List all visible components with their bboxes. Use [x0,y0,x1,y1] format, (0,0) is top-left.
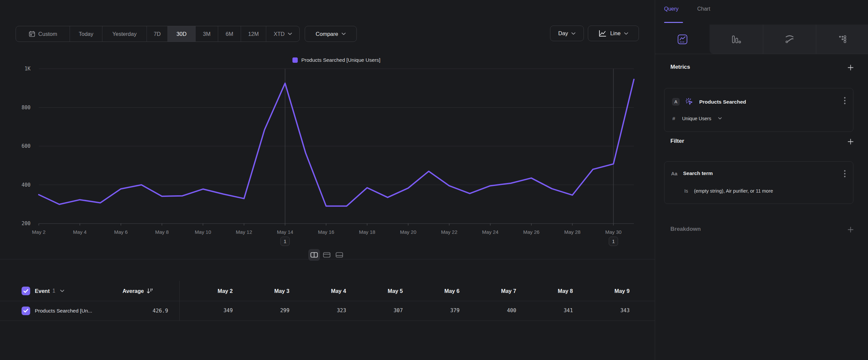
column-header-may-6[interactable]: May 6 [410,281,460,301]
kebab-icon [844,170,846,178]
table-beside-chart-icon [323,252,331,258]
metric-card[interactable]: A Products Searched # Unique Users [664,88,854,132]
x-axis-label: May 26 [523,229,539,235]
filter-heading: Filter [671,138,684,144]
chevron-down-icon[interactable] [60,289,64,292]
x-axis-label: May 4 [73,229,87,235]
chart-type-tab-dots[interactable] [816,25,868,54]
column-header-may-4[interactable]: May 4 [297,281,346,301]
filter-options-button[interactable] [844,170,846,178]
annotation-badge-label: 1 [612,239,615,244]
plus-icon [847,226,854,233]
date-range-label: Yesterday [113,31,136,37]
column-header-may-7[interactable]: May 7 [466,281,516,301]
property-type-badge: Aa [671,171,677,176]
x-axis-label: May 22 [441,229,457,235]
event-cursor-icon [685,97,694,106]
date-range-custom[interactable]: Custom [16,26,70,41]
x-axis-label: May 14 [277,229,293,235]
line-chart-icon [598,30,607,37]
cell-value-may-4: 323 [297,301,346,321]
x-axis-label: May 6 [114,229,128,235]
x-axis-label: May 8 [155,229,169,235]
metric-options-button[interactable] [844,96,846,105]
chart-type-button[interactable]: Line [588,26,639,41]
date-range-6m[interactable]: 6M [218,26,241,41]
y-axis-label: 200 [22,221,31,226]
flow-chart-icon [784,34,795,45]
add-breakdown-button[interactable] [846,225,855,234]
cell-value-may-5: 307 [353,301,403,321]
average-column-header[interactable]: Average [100,281,153,301]
x-axis-label: May 20 [400,229,416,235]
metrics-heading: Metrics [671,64,690,71]
date-range-label: 3M [203,31,211,37]
sort-descending-icon [147,288,153,294]
insights-report: CustomTodayYesterday7D30D3M6M12MXTD Comp… [0,0,868,360]
tab-query[interactable]: Query [664,6,679,12]
event-checkbox[interactable] [22,286,30,295]
column-header-may-2[interactable]: May 2 [183,281,233,301]
bars-chart-icon [731,34,741,45]
date-range-today[interactable]: Today [70,26,102,41]
date-range-3m[interactable]: 3M [196,26,218,41]
chart-type-tabs [655,25,868,54]
aggregation-selector[interactable]: Unique Users [682,116,711,121]
filter-card[interactable]: Aa Search term Is (empty string), Air pu… [664,161,854,204]
chevron-down-icon[interactable] [718,117,722,119]
chevron-down-icon [624,32,628,35]
event-label[interactable]: Event [35,288,50,294]
compare-button[interactable]: Compare [305,26,357,42]
insights-chart-icon [677,34,688,45]
chevron-down-icon [288,32,292,35]
filter-value[interactable]: (empty string), Air purifier, or 11 more [694,188,773,194]
chart-type-tab-insights[interactable] [656,25,709,54]
filter-property[interactable]: Search term [683,170,713,176]
date-range-yesterday[interactable]: Yesterday [102,26,147,41]
x-axis-label: May 16 [318,229,334,235]
add-metric-button[interactable] [846,63,855,72]
event-count: 1 [52,288,55,294]
x-axis-label: May 12 [236,229,252,235]
date-range-label: 6M [226,31,234,37]
cell-value-may-6: 379 [410,301,460,321]
series-checkbox[interactable] [22,307,30,315]
y-axis-label: 800 [22,105,31,111]
x-axis-label: May 24 [482,229,498,235]
cell-value-may-8: 341 [523,301,573,321]
date-range-label: XTD [274,31,285,37]
check-icon [23,308,29,313]
x-axis-label: May 10 [195,229,211,235]
date-range-label: Custom [38,31,57,37]
column-header-may-8[interactable]: May 8 [523,281,573,301]
granularity-button[interactable]: Day [550,26,584,41]
series-line[interactable] [39,79,634,206]
date-range-30d[interactable]: 30D [168,26,196,41]
kebab-icon [844,96,846,105]
event-header: Event 1 [22,281,64,301]
column-header-may-5[interactable]: May 5 [353,281,403,301]
cell-value-may-3: 299 [240,301,289,321]
column-header-may-9[interactable]: May 9 [580,281,630,301]
date-range-12m[interactable]: 12M [241,26,266,41]
chart-type-tab-flow[interactable] [763,25,816,54]
chart-type-label: Line [610,30,620,36]
y-axis-label: 600 [22,143,31,149]
chevron-down-icon [341,32,346,35]
chart-type-tab-bars[interactable] [710,25,763,54]
date-range-7d[interactable]: 7D [147,26,168,41]
metric-event-name[interactable]: Products Searched [699,99,746,105]
date-range-label: 30D [176,31,186,37]
add-filter-button[interactable] [846,137,855,146]
cell-value-may-9: 343 [580,301,630,321]
table-row-divider [0,321,655,321]
y-axis-label: 400 [22,182,31,188]
tab-chart[interactable]: Chart [697,6,710,12]
date-range-xtd[interactable]: XTD [266,26,300,41]
series-row-label: Products Searched [Un... [35,308,92,314]
filter-operator[interactable]: Is [684,188,688,194]
check-icon [23,289,29,293]
date-range-label: Today [79,31,93,37]
aggregation-hash: # [672,116,675,121]
column-header-may-3[interactable]: May 3 [240,281,289,301]
